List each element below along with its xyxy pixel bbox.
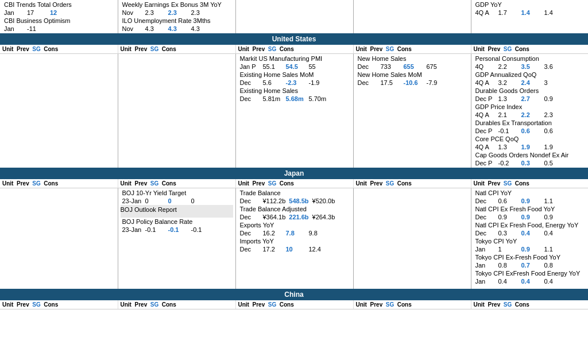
existing-mom-cons: -1.9 (307, 79, 330, 87)
boj-rate-row: BOJ Policy Balance Rate (121, 218, 233, 226)
boj-outlook-title: BOJ Outlook Report (121, 205, 233, 214)
gdp-ann-cons: 3 (543, 79, 566, 87)
markit-period: Jan P (238, 63, 261, 71)
tokyo-cpi-row: Tokyo CPI YoY (474, 237, 586, 245)
new-home-row: New Home Sales (356, 55, 469, 63)
us-c4-unit: Unit (356, 46, 367, 52)
us-c5-unit: Unit (474, 46, 485, 52)
natl-cpi-period: Dec (474, 197, 497, 205)
durable-cons: 0.9 (543, 95, 566, 103)
personal-cons-data: 4Q 2.2 3.5 3.6 (474, 63, 586, 71)
boj-yield-sg: 0 (167, 197, 189, 205)
trade-bal-row: Trade Balance (238, 189, 351, 197)
gdp-ann-period: 4Q A (474, 79, 497, 87)
jp-c5-header: Unit Prev SG Cons (471, 179, 588, 188)
trade-adj-sg: 221.6b (287, 213, 310, 221)
main-container: CBI Trends Total Orders Jan 17 12 CBI Bu… (0, 0, 588, 309)
japan-title: Japan (284, 169, 304, 177)
gdp-price-sg: 2.2 (520, 111, 543, 119)
top-col1: CBI Trends Total Orders Jan 17 12 CBI Bu… (0, 0, 118, 33)
new-home-mom-cons: -7.9 (425, 79, 448, 87)
us-c3-sg: SG (268, 46, 276, 52)
jp-c5-prev: Prev (488, 180, 501, 187)
cn-c5-cons: Cons (515, 301, 529, 308)
gdp-yoy-title: GDP YoY (474, 1, 586, 9)
us-c5-prev: Prev (488, 46, 501, 52)
us-c3-header: Unit Prev SG Cons (235, 45, 353, 54)
tokyo-cpi-exfresh-energy-data: Jan 0.4 0.4 0.4 (474, 277, 586, 285)
china-section-header-row: China (0, 289, 588, 300)
cbi-optimism-period: Jan (2, 25, 25, 33)
gdp-price-data: 4Q A 2.1 2.2 2.3 (474, 111, 586, 119)
china-col-header-row: Unit Prev SG Cons Unit Prev SG Cons Unit… (0, 300, 588, 309)
boj-rate-prev: -0.1 (144, 226, 167, 234)
gdp-yoy-prev: 1.7 (497, 9, 520, 17)
existing-mom-prev: 5.6 (261, 79, 284, 87)
jp-c1-prev: Prev (17, 180, 29, 187)
tokyo-cpi-ex-fresh-data: Jan 0.8 0.7 0.8 (474, 261, 586, 269)
top-col4 (353, 0, 471, 33)
jp-c3-prev: Prev (253, 180, 265, 187)
jp-c4-sg: SG (386, 180, 394, 187)
jp-c4-cons: Cons (397, 180, 412, 187)
cn-c1-cons: Cons (44, 301, 58, 308)
durable-sg: 2.7 (520, 95, 543, 103)
markit-data: Jan P 55.1 54.5 55 (238, 63, 351, 71)
natl-cpi-row: Natl CPI YoY (474, 189, 586, 197)
weekly-earnings-data: Nov 2.3 2.3 2.3 (121, 9, 233, 17)
top-col5: GDP YoY 4Q A 1.7 1.4 1.4 (471, 0, 588, 33)
tokyo-cpi-prev: 1 (497, 245, 520, 253)
existing-title: Existing Home Sales (238, 87, 351, 95)
tokyo-cpi-title: Tokyo CPI YoY (474, 237, 586, 245)
existing-row: Existing Home Sales (238, 87, 351, 95)
us-c3-prev: Prev (253, 46, 265, 52)
core-pce-title: Core PCE QoQ (474, 135, 586, 143)
jp-c2-prev: Prev (135, 180, 148, 187)
gdp-price-period: 4Q A (474, 111, 497, 119)
tokyo-cpi-exfresh-energy-row: Tokyo CPI ExFresh Food Energy YoY (474, 269, 586, 277)
gdp-price-prev: 2.1 (497, 111, 520, 119)
new-home-title: New Home Sales (356, 55, 469, 63)
capgoods-period: Dec P (474, 159, 497, 167)
trade-adj-cons: ¥264.3b (311, 213, 337, 221)
cn-c5-prev: Prev (488, 301, 501, 308)
core-pce-period: 4Q A (474, 143, 497, 151)
gdp-yoy-data: 4Q A 1.7 1.4 1.4 (474, 9, 586, 17)
gdp-yoy-period: 4Q A (474, 9, 497, 17)
us-data-row: Markit US Manufacturing PMI Jan P 55.1 5… (0, 54, 588, 168)
trade-adj-prev: ¥364.1b (261, 213, 288, 221)
boj-rate-data: 23-Jan -0.1 -0.1 -0.1 (121, 226, 233, 234)
tokyo-cpi-ex-fresh-sg: 0.7 (520, 261, 543, 269)
natl-cpi-cons: 1.1 (543, 197, 566, 205)
new-home-sg: 655 (402, 63, 425, 71)
us-c3-unit: Unit (238, 46, 249, 52)
top-data-row: CBI Trends Total Orders Jan 17 12 CBI Bu… (0, 0, 588, 33)
natl-cpi-title: Natl CPI YoY (474, 189, 586, 197)
markit-sg: 54.5 (284, 63, 307, 71)
imports-row: Imports YoY (238, 237, 351, 245)
us-col2 (118, 54, 235, 168)
new-home-mom-title: New Home Sales MoM (356, 71, 469, 79)
boj-yield-row: BOJ 10-Yr Yield Target (121, 189, 233, 197)
tokyo-cpi-cons: 1.1 (543, 245, 566, 253)
natl-cpi-ex-fresh-cons: 0.9 (543, 213, 566, 221)
cn-c2-unit: Unit (121, 301, 131, 308)
markit-title: Markit US Manufacturing PMI (238, 55, 351, 63)
tokyo-cpi-exfresh-energy-period: Jan (474, 277, 497, 285)
tokyo-cpi-exfresh-energy-cons: 0.4 (543, 277, 566, 285)
cn-c2-prev: Prev (135, 301, 148, 308)
cbi-trends-cons (71, 9, 94, 10)
personal-cons-period: 4Q (474, 63, 497, 71)
personal-cons-cons: 3.6 (543, 63, 566, 71)
new-home-prev: 733 (379, 63, 402, 71)
us-c4-sg: SG (386, 46, 394, 52)
ilo-prev: 4.3 (144, 25, 167, 33)
gdp-price-title: GDP Price Index (474, 103, 586, 111)
trade-bal-data: Dec ¥112.2b 548.5b ¥520.0b (238, 197, 351, 205)
personal-cons-sg: 3.5 (520, 63, 543, 71)
jp-c3-cons: Cons (280, 180, 294, 187)
us-c5-header: Unit Prev SG Cons (471, 45, 588, 54)
weekly-earnings-period: Nov (121, 9, 144, 17)
imports-period: Dec (238, 245, 261, 253)
cn-c3-cons: Cons (280, 301, 294, 308)
